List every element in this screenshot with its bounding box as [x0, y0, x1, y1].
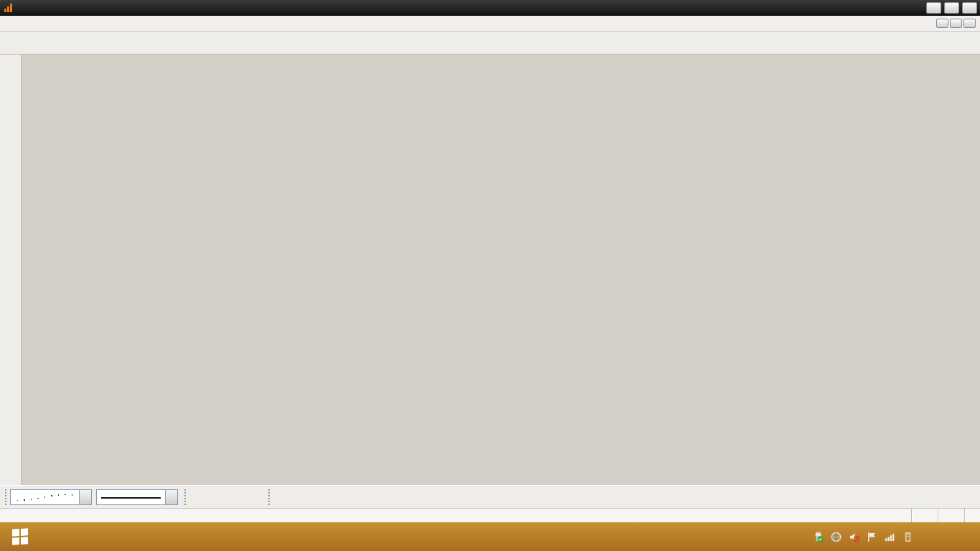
metastock-application: [0, 0, 980, 551]
toolbar-grip[interactable]: [5, 489, 8, 505]
status-date: [911, 509, 938, 522]
close-button[interactable]: [962, 2, 977, 14]
color-palette: [189, 496, 259, 498]
status-value: [938, 509, 964, 522]
restore-button[interactable]: [944, 2, 959, 14]
mdi-restore-button[interactable]: [950, 19, 962, 28]
mdi-close-button[interactable]: [963, 19, 976, 28]
network-tray-icon[interactable]: [830, 531, 842, 542]
minimize-button[interactable]: [926, 2, 941, 14]
menu-bar: [0, 16, 980, 32]
main-toolbar: [0, 32, 980, 55]
signal-strength-icon[interactable]: [884, 531, 895, 542]
windows-taskbar: [0, 522, 980, 551]
system-tray: [794, 522, 920, 551]
chart-workspace: [22, 55, 976, 485]
hidden-icons-chevron[interactable]: [794, 531, 806, 542]
solid-style-preview: [101, 497, 161, 499]
drawing-tool-strip: [0, 55, 22, 485]
dotted-style-preview: [11, 491, 79, 504]
usb-tray-icon[interactable]: [812, 531, 824, 542]
volume-muted-tray-icon[interactable]: [848, 531, 859, 542]
toolbar-grip[interactable]: [184, 489, 187, 505]
toolbar-grip[interactable]: [268, 489, 271, 505]
style-toolbar: [0, 485, 980, 508]
action-center-flag-icon[interactable]: [866, 531, 877, 542]
chevron-down-icon[interactable]: [79, 490, 91, 504]
title-bar: [0, 0, 980, 16]
dollar-status-icon: [964, 509, 980, 522]
start-button[interactable]: [0, 522, 40, 551]
chevron-down-icon[interactable]: [165, 490, 177, 504]
mdi-minimize-button[interactable]: [936, 19, 948, 28]
line-style-dropdown[interactable]: [10, 489, 92, 505]
line-weight-dropdown[interactable]: [96, 489, 178, 505]
status-bar: [0, 508, 980, 522]
device-tray-icon[interactable]: [902, 531, 913, 542]
windows-logo-icon: [12, 528, 28, 545]
metastock-logo-icon: [4, 4, 12, 12]
